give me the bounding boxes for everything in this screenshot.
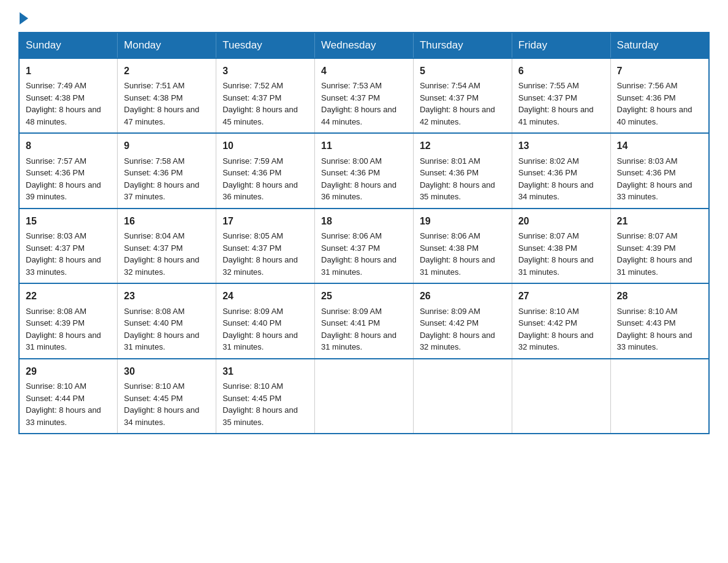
day-number: 9: [124, 139, 210, 153]
weekday-header-monday: Monday: [118, 33, 216, 58]
day-number: 10: [222, 139, 308, 153]
calendar-header: SundayMondayTuesdayWednesdayThursdayFrid…: [19, 33, 709, 58]
calendar-day-cell: [610, 359, 709, 434]
weekday-header-thursday: Thursday: [413, 33, 512, 58]
page-header: [18, 12, 710, 20]
calendar-day-cell: 10Sunrise: 7:59 AMSunset: 4:36 PMDayligh…: [216, 133, 315, 208]
day-number: 30: [124, 364, 210, 378]
calendar-day-cell: 6Sunrise: 7:55 AMSunset: 4:37 PMDaylight…: [512, 58, 610, 133]
calendar-day-cell: 4Sunrise: 7:53 AMSunset: 4:37 PMDaylight…: [315, 58, 414, 133]
day-number: 2: [124, 64, 210, 78]
calendar-day-cell: 14Sunrise: 8:03 AMSunset: 4:36 PMDayligh…: [610, 133, 709, 208]
day-info: Sunrise: 8:08 AMSunset: 4:39 PMDaylight:…: [26, 307, 101, 352]
calendar-day-cell: 17Sunrise: 8:05 AMSunset: 4:37 PMDayligh…: [216, 209, 315, 283]
calendar-day-cell: [512, 359, 610, 434]
day-number: 13: [518, 139, 604, 153]
day-number: 8: [26, 139, 111, 153]
calendar-week-row: 22Sunrise: 8:08 AMSunset: 4:39 PMDayligh…: [19, 283, 709, 358]
calendar-day-cell: 11Sunrise: 8:00 AMSunset: 4:36 PMDayligh…: [315, 133, 414, 208]
calendar-body: 1Sunrise: 7:49 AMSunset: 4:38 PMDaylight…: [19, 58, 709, 434]
weekday-header-wednesday: Wednesday: [315, 33, 414, 58]
calendar-day-cell: 30Sunrise: 8:10 AMSunset: 4:45 PMDayligh…: [118, 359, 216, 434]
day-info: Sunrise: 8:03 AMSunset: 4:37 PMDaylight:…: [26, 231, 101, 277]
calendar-day-cell: [413, 359, 512, 434]
day-number: 26: [420, 289, 506, 303]
calendar-day-cell: 31Sunrise: 8:10 AMSunset: 4:45 PMDayligh…: [216, 359, 315, 434]
day-number: 3: [222, 64, 308, 78]
day-info: Sunrise: 8:01 AMSunset: 4:36 PMDaylight:…: [420, 156, 495, 202]
day-number: 7: [617, 64, 702, 78]
calendar-day-cell: 16Sunrise: 8:04 AMSunset: 4:37 PMDayligh…: [118, 209, 216, 283]
day-info: Sunrise: 8:03 AMSunset: 4:36 PMDaylight:…: [617, 156, 692, 202]
day-number: 21: [617, 214, 702, 228]
day-number: 16: [124, 214, 210, 228]
day-info: Sunrise: 8:02 AMSunset: 4:36 PMDaylight:…: [518, 156, 594, 202]
calendar-table: SundayMondayTuesdayWednesdayThursdayFrid…: [18, 32, 710, 434]
day-info: Sunrise: 7:57 AMSunset: 4:36 PMDaylight:…: [26, 156, 101, 202]
day-info: Sunrise: 8:10 AMSunset: 4:44 PMDaylight:…: [26, 381, 101, 427]
day-number: 12: [420, 139, 506, 153]
day-number: 22: [26, 289, 111, 303]
calendar-day-cell: 13Sunrise: 8:02 AMSunset: 4:36 PMDayligh…: [512, 133, 610, 208]
calendar-day-cell: 2Sunrise: 7:51 AMSunset: 4:38 PMDaylight…: [118, 58, 216, 133]
day-number: 23: [124, 289, 210, 303]
day-info: Sunrise: 7:52 AMSunset: 4:37 PMDaylight:…: [222, 81, 298, 126]
day-info: Sunrise: 8:09 AMSunset: 4:42 PMDaylight:…: [420, 307, 495, 352]
calendar-day-cell: 22Sunrise: 8:08 AMSunset: 4:39 PMDayligh…: [19, 283, 118, 358]
calendar-day-cell: 12Sunrise: 8:01 AMSunset: 4:36 PMDayligh…: [413, 133, 512, 208]
day-number: 27: [518, 289, 604, 303]
calendar-week-row: 29Sunrise: 8:10 AMSunset: 4:44 PMDayligh…: [19, 359, 709, 434]
day-info: Sunrise: 8:09 AMSunset: 4:40 PMDaylight:…: [222, 307, 298, 352]
day-info: Sunrise: 7:49 AMSunset: 4:38 PMDaylight:…: [26, 81, 101, 126]
day-info: Sunrise: 7:54 AMSunset: 4:37 PMDaylight:…: [420, 81, 495, 126]
day-info: Sunrise: 8:10 AMSunset: 4:45 PMDaylight:…: [124, 381, 199, 427]
calendar-day-cell: 23Sunrise: 8:08 AMSunset: 4:40 PMDayligh…: [118, 283, 216, 358]
calendar-day-cell: 28Sunrise: 8:10 AMSunset: 4:43 PMDayligh…: [610, 283, 709, 358]
day-number: 25: [321, 289, 407, 303]
day-number: 20: [518, 214, 604, 228]
day-number: 31: [222, 364, 308, 378]
calendar-day-cell: 1Sunrise: 7:49 AMSunset: 4:38 PMDaylight…: [19, 58, 118, 133]
calendar-day-cell: 15Sunrise: 8:03 AMSunset: 4:37 PMDayligh…: [19, 209, 118, 283]
calendar-day-cell: 27Sunrise: 8:10 AMSunset: 4:42 PMDayligh…: [512, 283, 610, 358]
calendar-day-cell: [315, 359, 414, 434]
calendar-day-cell: 24Sunrise: 8:09 AMSunset: 4:40 PMDayligh…: [216, 283, 315, 358]
day-info: Sunrise: 7:51 AMSunset: 4:38 PMDaylight:…: [124, 81, 199, 126]
calendar-day-cell: 19Sunrise: 8:06 AMSunset: 4:38 PMDayligh…: [413, 209, 512, 283]
day-number: 4: [321, 64, 407, 78]
calendar-day-cell: 29Sunrise: 8:10 AMSunset: 4:44 PMDayligh…: [19, 359, 118, 434]
day-info: Sunrise: 8:00 AMSunset: 4:36 PMDaylight:…: [321, 156, 396, 202]
calendar-week-row: 1Sunrise: 7:49 AMSunset: 4:38 PMDaylight…: [19, 58, 709, 133]
day-info: Sunrise: 7:59 AMSunset: 4:36 PMDaylight:…: [222, 156, 298, 202]
calendar-week-row: 8Sunrise: 7:57 AMSunset: 4:36 PMDaylight…: [19, 133, 709, 208]
day-info: Sunrise: 8:07 AMSunset: 4:39 PMDaylight:…: [617, 231, 692, 277]
day-info: Sunrise: 8:04 AMSunset: 4:37 PMDaylight:…: [124, 231, 199, 277]
day-info: Sunrise: 8:10 AMSunset: 4:43 PMDaylight:…: [617, 307, 692, 352]
calendar-day-cell: 7Sunrise: 7:56 AMSunset: 4:36 PMDaylight…: [610, 58, 709, 133]
day-number: 29: [26, 364, 111, 378]
day-info: Sunrise: 8:05 AMSunset: 4:37 PMDaylight:…: [222, 231, 298, 277]
calendar-day-cell: 3Sunrise: 7:52 AMSunset: 4:37 PMDaylight…: [216, 58, 315, 133]
day-number: 24: [222, 289, 308, 303]
day-info: Sunrise: 7:55 AMSunset: 4:37 PMDaylight:…: [518, 81, 594, 126]
day-number: 19: [420, 214, 506, 228]
calendar-day-cell: 8Sunrise: 7:57 AMSunset: 4:36 PMDaylight…: [19, 133, 118, 208]
day-number: 15: [26, 214, 111, 228]
day-number: 28: [617, 289, 702, 303]
weekday-header-tuesday: Tuesday: [216, 33, 315, 58]
calendar-day-cell: 5Sunrise: 7:54 AMSunset: 4:37 PMDaylight…: [413, 58, 512, 133]
day-info: Sunrise: 8:10 AMSunset: 4:45 PMDaylight:…: [222, 381, 298, 427]
calendar-day-cell: 26Sunrise: 8:09 AMSunset: 4:42 PMDayligh…: [413, 283, 512, 358]
day-info: Sunrise: 8:10 AMSunset: 4:42 PMDaylight:…: [518, 307, 594, 352]
day-number: 1: [26, 64, 111, 78]
day-info: Sunrise: 7:58 AMSunset: 4:36 PMDaylight:…: [124, 156, 199, 202]
logo-arrow-icon: [20, 12, 28, 25]
day-number: 5: [420, 64, 506, 78]
day-info: Sunrise: 8:09 AMSunset: 4:41 PMDaylight:…: [321, 307, 396, 352]
day-number: 11: [321, 139, 407, 153]
day-info: Sunrise: 8:06 AMSunset: 4:38 PMDaylight:…: [420, 231, 495, 277]
day-number: 14: [617, 139, 702, 153]
calendar-day-cell: 20Sunrise: 8:07 AMSunset: 4:38 PMDayligh…: [512, 209, 610, 283]
day-info: Sunrise: 7:56 AMSunset: 4:36 PMDaylight:…: [617, 81, 692, 126]
day-info: Sunrise: 8:08 AMSunset: 4:40 PMDaylight:…: [124, 307, 199, 352]
